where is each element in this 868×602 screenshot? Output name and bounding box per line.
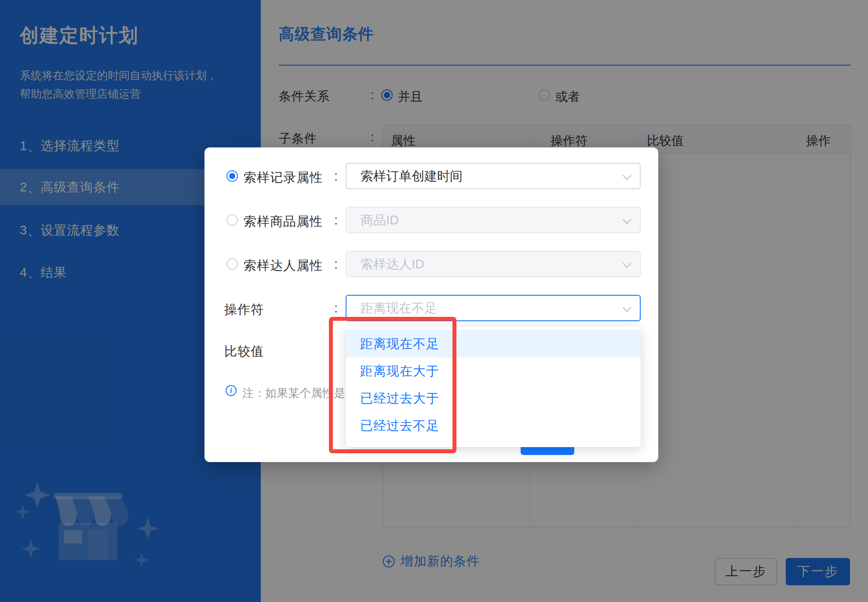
chevron-down-icon [623,259,631,268]
sample-record-attribute-label[interactable]: 索样记录属性 [244,169,323,187]
option-within-last[interactable]: 距离现在不足 [346,330,641,357]
select-value: 索样订单创建时间 [361,169,463,183]
row-colon: : [334,257,338,272]
chevron-down-icon [623,215,631,224]
select-placeholder: 商品ID [361,213,399,227]
compare-value-label: 比较值 [224,343,264,360]
row-colon: : [334,213,338,228]
row-colon: : [334,169,338,184]
sample-product-attribute-select: 商品ID [346,207,641,233]
sample-record-attribute-radio[interactable] [226,170,238,182]
select-placeholder: 索样达人ID [361,257,424,271]
operator-label: 操作符 [224,301,264,319]
operator-options-panel: 距离现在不足 距离现在大于 已经过去大于 已经过去不足 [346,327,641,447]
sample-creator-attribute-label[interactable]: 索样达人属性 [244,257,323,275]
chevron-down-icon [623,303,631,312]
select-placeholder: 距离现在不足 [361,301,437,315]
sample-product-attribute-label[interactable]: 索样商品属性 [244,213,323,231]
sample-creator-attribute-select: 索样达人ID [346,251,641,277]
note-text: 注：如果某个属性是 [242,385,345,401]
sample-product-attribute-radio[interactable] [226,214,238,226]
row-colon: : [334,301,338,316]
attribute-picker-dialog: 索样记录属性 : 索样订单创建时间 索样商品属性 : 商品ID 索样达人属性 :… [204,147,658,462]
option-more-than-ago-from-now[interactable]: 距离现在大于 [346,357,641,385]
sample-creator-attribute-radio[interactable] [226,258,238,270]
option-elapsed-less-than[interactable]: 已经过去不足 [346,412,641,439]
sample-record-attribute-select[interactable]: 索样订单创建时间 [346,163,641,189]
operator-select[interactable]: 距离现在不足 [346,295,641,321]
chevron-down-icon [623,171,631,180]
option-elapsed-more-than[interactable]: 已经过去大于 [346,385,641,412]
info-icon [226,385,237,396]
